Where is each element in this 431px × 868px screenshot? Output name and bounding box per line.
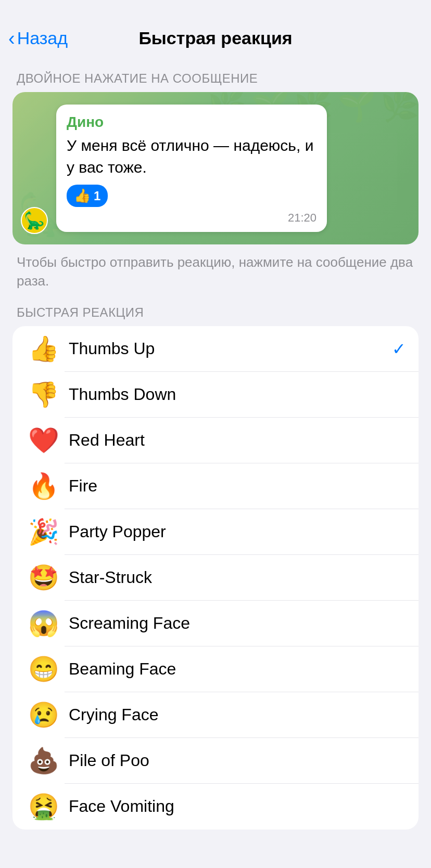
reaction-list: 👍Thumbs Up✓👎Thumbs Down❤️Red Heart🔥Fire🎉… bbox=[12, 326, 419, 830]
reaction-item-emoji: 💩 bbox=[25, 746, 62, 775]
reaction-item-label: Fire bbox=[62, 476, 406, 496]
reaction-count: 1 bbox=[94, 189, 100, 203]
reaction-list-item[interactable]: 🎉Party Popper bbox=[12, 509, 419, 555]
page-title: Быстрая реакция bbox=[138, 28, 292, 48]
chat-bubble: Дино У меня всё отлично — надеюсь, и у в… bbox=[56, 105, 327, 232]
reaction-item-emoji: 👎 bbox=[25, 380, 62, 409]
selected-checkmark-icon: ✓ bbox=[392, 339, 406, 359]
preview-card: Дино У меня всё отлично — надеюсь, и у в… bbox=[12, 92, 419, 244]
reaction-item-emoji: 🎉 bbox=[25, 517, 62, 547]
reaction-list-item[interactable]: 🤮Face Vomiting bbox=[12, 784, 419, 830]
reaction-item-emoji: 😱 bbox=[25, 609, 62, 638]
chat-message: У меня всё отлично — надеюсь, и у вас то… bbox=[67, 135, 316, 178]
reaction-item-emoji: 🤮 bbox=[25, 792, 62, 821]
chat-sender: Дино bbox=[67, 114, 316, 131]
chat-reaction-badge: 👍 1 bbox=[67, 185, 108, 207]
reaction-item-emoji: ❤️ bbox=[25, 426, 62, 455]
back-label: Назад bbox=[17, 28, 68, 48]
reaction-item-label: Face Vomiting bbox=[62, 797, 406, 816]
reaction-list-item[interactable]: 👍Thumbs Up✓ bbox=[12, 326, 419, 372]
reaction-item-label: Star-Struck bbox=[62, 568, 406, 587]
reaction-item-label: Crying Face bbox=[62, 705, 406, 724]
reaction-item-label: Thumbs Up bbox=[62, 339, 392, 358]
reaction-list-item[interactable]: 🔥Fire bbox=[12, 463, 419, 509]
reaction-list-item[interactable]: ❤️Red Heart bbox=[12, 418, 419, 463]
reaction-list-item[interactable]: 😁Beaming Face bbox=[12, 646, 419, 692]
reaction-item-emoji: 🤩 bbox=[25, 563, 62, 592]
quick-reaction-section-label: БЫСТРАЯ РЕАКЦИЯ bbox=[0, 291, 431, 326]
reaction-item-emoji: 🔥 bbox=[25, 472, 62, 501]
reaction-item-emoji: 😢 bbox=[25, 701, 62, 730]
reaction-list-item[interactable]: 💩Pile of Poo bbox=[12, 738, 419, 784]
avatar: 🦕 bbox=[21, 207, 48, 234]
chat-time: 21:20 bbox=[67, 211, 316, 225]
reaction-list-item[interactable]: 👎Thumbs Down bbox=[12, 372, 419, 418]
reaction-item-label: Thumbs Down bbox=[62, 385, 406, 404]
reaction-list-item[interactable]: 😢Crying Face bbox=[12, 692, 419, 738]
reaction-list-item[interactable]: 😱Screaming Face bbox=[12, 601, 419, 646]
reaction-item-emoji: 👍 bbox=[25, 334, 62, 364]
chevron-left-icon: ‹ bbox=[8, 29, 15, 48]
reaction-item-emoji: 😁 bbox=[25, 655, 62, 684]
reaction-item-label: Red Heart bbox=[62, 431, 406, 450]
preview-hint: Чтобы быстро отправить реакцию, нажмите … bbox=[0, 244, 431, 291]
reaction-item-label: Party Popper bbox=[62, 522, 406, 541]
back-button[interactable]: ‹ Назад bbox=[8, 28, 68, 48]
reaction-list-item[interactable]: 🤩Star-Struck bbox=[12, 555, 419, 601]
double-tap-section-label: ДВОЙНОЕ НАЖАТИЕ НА СООБЩЕНИЕ bbox=[0, 57, 431, 92]
reaction-item-label: Beaming Face bbox=[62, 659, 406, 679]
chat-bubble-wrapper: Дино У меня всё отлично — надеюсь, и у в… bbox=[25, 105, 408, 232]
header: ‹ Назад Быстрая реакция bbox=[0, 0, 431, 57]
reaction-item-label: Pile of Poo bbox=[62, 751, 406, 770]
reaction-item-label: Screaming Face bbox=[62, 614, 406, 633]
reaction-emoji: 👍 bbox=[74, 188, 91, 204]
